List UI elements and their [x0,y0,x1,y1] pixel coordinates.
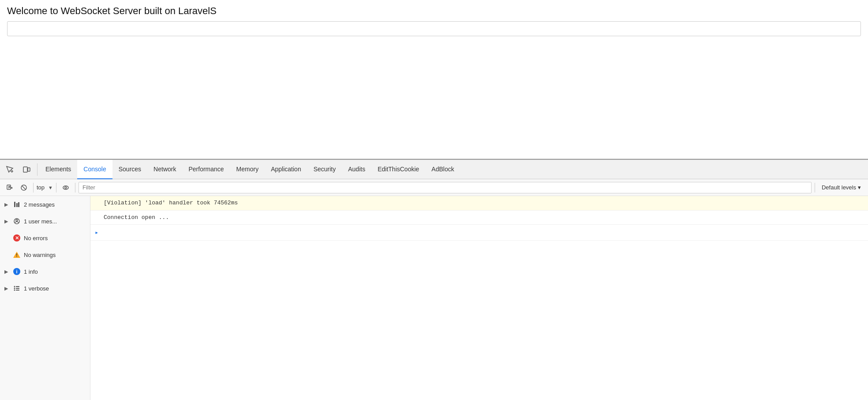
default-levels-label: Default levels [822,184,856,191]
toolbar-divider-3 [75,183,75,192]
console-sidebar: ▶ 2 messages ▶ [0,196,90,400]
devtools-panel: Elements Console Sources Network Perform… [0,159,868,400]
tab-network[interactable]: Network [147,160,182,179]
svg-point-5 [65,187,67,189]
svg-point-15 [14,290,15,291]
svg-rect-6 [14,202,15,207]
tab-security[interactable]: Security [307,160,342,179]
warning-icon: ! [13,251,21,259]
tab-memory[interactable]: Memory [230,160,265,179]
tab-sources[interactable]: Sources [112,160,147,179]
browser-page: Welcome to WebSocket Server built on Lar… [0,0,868,159]
error-circle-icon: ✕ [13,234,20,242]
console-toolbar: top ▼ Default levels ▾ [0,179,868,196]
svg-text:!: ! [16,253,17,258]
clear-console-button[interactable] [4,181,16,194]
sidebar-item-verbose[interactable]: ▶ 1 verbose [0,280,90,297]
context-select-input[interactable]: top [37,184,53,191]
page-title: Welcome to WebSocket Server built on Lar… [7,5,861,17]
console-message-connection: Connection open ... [90,211,868,225]
console-message-violation: [Violation] 'load' handler took 74562ms [90,196,868,211]
expand-arrow-verbose: ▶ [4,286,10,291]
console-message-prompt[interactable]: ▸ [90,225,868,241]
tab-application[interactable]: Application [265,160,307,179]
expand-arrow-messages: ▶ [4,202,10,208]
svg-rect-16 [16,286,19,287]
expand-prompt-arrow[interactable]: ▸ [95,229,98,236]
toolbar-divider-4 [815,183,815,192]
user-icon [13,217,21,225]
violation-message-text: [Violation] 'load' handler took 74562ms [104,200,238,206]
expand-arrow-info: ▶ [4,269,10,275]
svg-point-4 [63,186,68,189]
messages-icon [13,200,21,208]
url-bar[interactable] [7,21,861,36]
default-levels-arrow: ▾ [858,184,861,191]
info-label: 1 info [24,268,86,275]
tab-elements[interactable]: Elements [39,160,77,179]
context-selector[interactable]: top ▼ [37,184,53,191]
toolbar-divider-2 [56,183,56,192]
svg-rect-18 [16,290,19,291]
default-levels-button[interactable]: Default levels ▾ [818,183,864,192]
tab-adblock[interactable]: AdBlock [425,160,460,179]
sidebar-item-warnings[interactable]: ▶ ! No warnings [0,246,90,263]
filter-input[interactable] [79,182,812,193]
svg-point-10 [16,219,18,221]
console-body: ▶ 2 messages ▶ [0,196,868,400]
tab-editthiscookie[interactable]: EditThisCookie [371,160,425,179]
eye-button[interactable] [60,181,72,194]
sidebar-item-info[interactable]: ▶ i 1 info [0,263,90,280]
inspect-element-button[interactable] [2,162,18,177]
connection-message-text: Connection open ... [104,214,169,221]
sidebar-item-all-messages[interactable]: ▶ 2 messages [0,196,90,213]
block-network-button[interactable] [18,181,30,194]
svg-rect-1 [28,168,30,171]
verbose-icon [13,284,21,292]
error-icon: ✕ [13,234,21,242]
device-toolbar-button[interactable] [19,162,34,177]
all-messages-label: 2 messages [24,201,86,208]
svg-point-14 [14,288,15,289]
sidebar-item-user-messages[interactable]: ▶ 1 user mes... [0,213,90,230]
toolbar-divider-1 [33,183,34,192]
warnings-label: No warnings [24,252,86,258]
errors-label: No errors [24,235,86,242]
info-circle-icon: i [13,268,20,275]
svg-point-13 [14,286,15,287]
console-messages-area: [Violation] 'load' handler took 74562ms … [90,196,868,400]
tab-performance[interactable]: Performance [182,160,230,179]
user-messages-label: 1 user mes... [24,218,86,225]
tab-divider [37,163,37,176]
svg-rect-0 [23,167,27,172]
tab-audits[interactable]: Audits [342,160,371,179]
expand-arrow-user: ▶ [4,219,10,224]
info-icon: i [13,268,21,275]
svg-rect-8 [18,202,19,207]
devtools-tab-bar: Elements Console Sources Network Perform… [0,160,868,179]
verbose-label: 1 verbose [24,285,86,292]
svg-rect-17 [16,288,19,289]
sidebar-item-errors[interactable]: ▶ ✕ No errors [0,230,90,246]
tab-console[interactable]: Console [77,160,112,179]
svg-rect-7 [16,203,18,207]
